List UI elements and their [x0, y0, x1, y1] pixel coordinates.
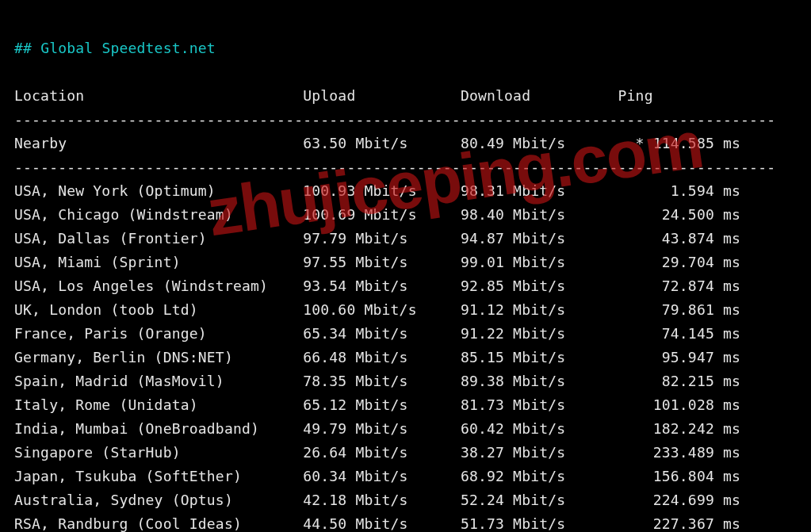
terminal-output: ## Global Speedtest.net Location Upload …	[0, 0, 811, 532]
result-row: Italy, Rome (Unidata) 65.12 Mbit/s 81.73…	[14, 396, 740, 413]
result-row: UK, London (toob Ltd) 100.60 Mbit/s 91.1…	[14, 301, 740, 318]
nearby-row: Nearby 63.50 Mbit/s 80.49 Mbit/s * 114.5…	[14, 135, 740, 151]
result-row: USA, Chicago (Windstream) 100.69 Mbit/s …	[14, 206, 740, 223]
result-row: France, Paris (Orange) 65.34 Mbit/s 91.2…	[14, 325, 740, 342]
result-row: Germany, Berlin (DNS:NET) 66.48 Mbit/s 8…	[14, 349, 740, 366]
result-row: Australia, Sydney (Optus) 42.18 Mbit/s 5…	[14, 492, 740, 508]
result-row: Singapore (StarHub) 26.64 Mbit/s 38.27 M…	[14, 444, 740, 461]
result-row: Japan, Tsukuba (SoftEther) 60.34 Mbit/s …	[14, 468, 740, 484]
result-row: Spain, Madrid (MasMovil) 78.35 Mbit/s 89…	[14, 373, 740, 389]
title-prefix: ##	[14, 40, 40, 56]
divider-line: ----------------------------------------…	[14, 111, 775, 128]
result-row: USA, Miami (Sprint) 97.55 Mbit/s 99.01 M…	[14, 254, 740, 270]
result-row: India, Mumbai (OneBroadband) 49.79 Mbit/…	[14, 420, 740, 437]
result-row: USA, Dallas (Frontier) 97.79 Mbit/s 94.8…	[14, 230, 740, 247]
result-row: USA, Los Angeles (Windstream) 93.54 Mbit…	[14, 277, 740, 294]
divider-line: ----------------------------------------…	[14, 159, 775, 175]
section-title-line: ## Global Speedtest.net	[14, 40, 216, 56]
section-title: Global Speedtest.net	[40, 40, 216, 56]
result-row: RSA, Randburg (Cool Ideas) 44.50 Mbit/s …	[14, 515, 740, 532]
column-header-line: Location Upload Download Ping	[14, 87, 653, 104]
result-row: USA, New York (Optimum) 100.93 Mbit/s 98…	[14, 182, 740, 199]
